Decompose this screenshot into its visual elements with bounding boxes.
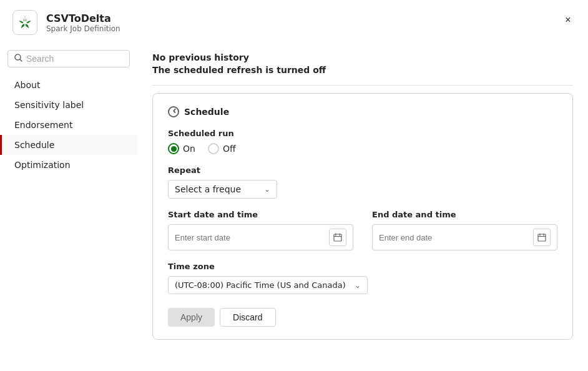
timezone-chevron-down-icon: ⌄ <box>355 281 361 290</box>
radio-on-outer <box>168 143 179 154</box>
scheduled-run-label: Scheduled run <box>168 129 557 138</box>
radio-off-outer <box>208 143 219 154</box>
chevron-down-icon: ⌄ <box>264 185 270 194</box>
history-subtitle: The scheduled refresh is turned off <box>152 65 573 75</box>
sidebar-item-optimization[interactable]: Optimization <box>0 155 137 175</box>
repeat-dropdown[interactable]: Select a freque ⌄ <box>168 180 277 199</box>
radio-off[interactable]: Off <box>208 143 236 154</box>
search-icon <box>14 54 22 64</box>
start-date-field: Start date and time <box>168 210 353 250</box>
radio-group-run: On Off <box>168 143 557 154</box>
schedule-card-header: Schedule <box>168 106 557 117</box>
radio-on-label: On <box>183 144 195 154</box>
repeat-section: Repeat Select a freque ⌄ <box>168 166 557 199</box>
app-subtitle: Spark Job Definition <box>46 24 120 33</box>
radio-on-inner <box>171 146 177 152</box>
radio-off-label: Off <box>223 144 236 154</box>
svg-rect-5 <box>334 234 341 241</box>
settings-dialog: CSVToDelta Spark Job Definition × About … <box>0 0 588 371</box>
clock-icon <box>168 106 179 117</box>
repeat-label: Repeat <box>168 166 557 175</box>
dialog-body: About Sensitivity label Endorsement Sche… <box>0 42 588 371</box>
schedule-card: Schedule Scheduled run On Off <box>152 93 573 340</box>
svg-line-4 <box>20 59 22 61</box>
timezone-section: Time zone (UTC-08:00) Pacific Time (US a… <box>168 262 557 294</box>
sidebar: About Sensitivity label Endorsement Sche… <box>0 42 137 371</box>
timezone-label: Time zone <box>168 262 557 271</box>
start-date-input[interactable] <box>175 233 325 242</box>
svg-rect-9 <box>538 234 546 241</box>
timezone-dropdown[interactable]: (UTC-08:00) Pacific Time (US and Canada)… <box>168 276 368 294</box>
end-date-label: End date and time <box>372 210 557 219</box>
main-content: No previous history The scheduled refres… <box>137 42 588 371</box>
header-text: CSVToDelta Spark Job Definition <box>46 12 120 33</box>
start-date-calendar-button[interactable] <box>329 229 346 246</box>
sidebar-item-sensitivity-label[interactable]: Sensitivity label <box>0 95 137 115</box>
clock-hand-minute <box>173 111 175 113</box>
date-row: Start date and time <box>168 210 557 250</box>
divider <box>152 85 573 86</box>
schedule-card-title: Schedule <box>184 107 229 117</box>
sidebar-item-about[interactable]: About <box>0 75 137 95</box>
search-input[interactable] <box>26 54 123 64</box>
app-icon <box>12 10 37 35</box>
dialog-header: CSVToDelta Spark Job Definition × <box>0 0 588 42</box>
timezone-value: (UTC-08:00) Pacific Time (US and Canada) <box>175 280 346 290</box>
discard-button[interactable]: Discard <box>220 308 275 327</box>
apply-button[interactable]: Apply <box>168 308 215 327</box>
end-date-field: End date and time <box>372 210 557 250</box>
repeat-value: Select a freque <box>175 184 241 194</box>
history-section: No previous history The scheduled refres… <box>152 52 573 75</box>
radio-on[interactable]: On <box>168 143 195 154</box>
start-date-label: Start date and time <box>168 210 353 219</box>
history-title: No previous history <box>152 52 573 62</box>
action-buttons: Apply Discard <box>168 308 557 327</box>
sidebar-item-endorsement[interactable]: Endorsement <box>0 115 137 135</box>
start-date-wrapper <box>168 224 353 250</box>
end-date-calendar-button[interactable] <box>533 229 551 246</box>
close-button[interactable]: × <box>558 10 578 30</box>
end-date-wrapper <box>372 224 557 250</box>
end-date-input[interactable] <box>379 233 529 242</box>
search-box[interactable] <box>7 50 130 67</box>
app-title: CSVToDelta <box>46 12 120 24</box>
sidebar-item-schedule[interactable]: Schedule <box>0 135 137 155</box>
